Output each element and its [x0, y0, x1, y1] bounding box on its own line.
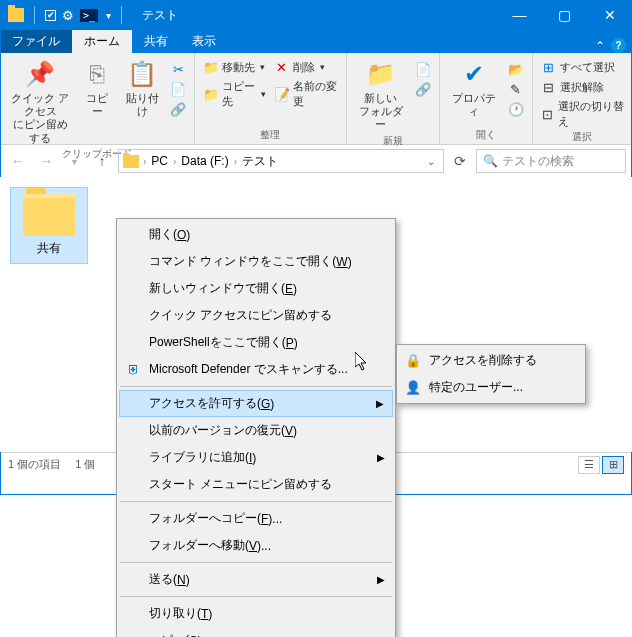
ribbon-collapse-icon[interactable]: ⌃ [595, 39, 605, 53]
select-all-button[interactable]: ⊞すべて選択 [539, 58, 626, 76]
selected-count: 1 個 [75, 457, 95, 472]
address-box[interactable]: › PC › Data (F:) › テスト ⌄ [118, 149, 444, 173]
ctx-defender-scan[interactable]: ⛨Microsoft Defender でスキャンする... [119, 356, 393, 383]
submenu-arrow-icon: ▶ [376, 398, 384, 409]
crumb-pc[interactable]: PC [148, 153, 171, 169]
ctx-cmd-here[interactable]: コマンド ウィンドウをここで開く(W) [119, 248, 393, 275]
titlebar: ✔ ⚙ >_ ▾ テスト — ▢ ✕ [0, 0, 632, 30]
ctx-send-to[interactable]: 送る(N)▶ [119, 566, 393, 593]
ribbon-tabs: ファイル ホーム 共有 表示 ⌃ ? [0, 30, 632, 53]
ctx-add-library[interactable]: ライブラリに追加(I)▶ [119, 444, 393, 471]
ribbon: 📌 クイック アクセス にピン留めする ⎘ コピー 📋 貼り付け ✂ 📄 🔗 ク… [0, 53, 632, 145]
edit-button[interactable]: ✎ [506, 80, 526, 98]
tab-view[interactable]: 表示 [180, 30, 228, 53]
window-title: テスト [142, 7, 178, 24]
context-menu: 開く(O) コマンド ウィンドウをここで開く(W) 新しいウィンドウで開く(E)… [116, 218, 396, 637]
paste-shortcut-button[interactable]: 🔗 [168, 100, 188, 118]
sub-specific-users[interactable]: 👤特定のユーザー... [399, 374, 583, 401]
group-new-label: 新規 [353, 134, 433, 150]
lock-icon: 🔒 [405, 353, 421, 369]
checkbox-icon[interactable]: ✔ [45, 10, 56, 21]
ctx-cut[interactable]: 切り取り(T) [119, 600, 393, 627]
copy-path-button[interactable]: 📄 [168, 80, 188, 98]
rename-button[interactable]: 📝名前の変更 [272, 78, 340, 110]
copy-button[interactable]: ⎘ コピー [78, 56, 116, 147]
address-dropdown-icon[interactable]: ⌄ [423, 156, 439, 167]
properties-button[interactable]: ✔ プロパティ [446, 56, 502, 120]
ctx-new-window[interactable]: 新しいウィンドウで開く(E) [119, 275, 393, 302]
maximize-button[interactable]: ▢ [542, 0, 587, 30]
gear-icon[interactable]: ⚙ [62, 8, 74, 23]
powershell-icon[interactable]: >_ [80, 9, 98, 22]
open-button[interactable]: 📂 [506, 60, 526, 78]
ctx-pin-quick-access[interactable]: クイック アクセスにピン留めする [119, 302, 393, 329]
context-submenu-access: 🔒アクセスを削除する 👤特定のユーザー... [396, 344, 586, 404]
person-icon: 👤 [405, 380, 421, 396]
ctx-prev-versions[interactable]: 以前のバージョンの復元(V) [119, 417, 393, 444]
new-item-button[interactable]: 📄 [413, 60, 433, 78]
ctx-open[interactable]: 開く(O) [119, 221, 393, 248]
select-none-button[interactable]: ⊟選択解除 [539, 78, 626, 96]
ctx-grant-access[interactable]: アクセスを許可する(G)▶ [119, 390, 393, 417]
crumb-folder[interactable]: テスト [239, 152, 281, 171]
minimize-button[interactable]: — [497, 0, 542, 30]
app-folder-icon [8, 8, 24, 22]
tab-file[interactable]: ファイル [0, 30, 72, 53]
search-input[interactable]: 🔍 テストの検索 [476, 149, 626, 173]
up-button[interactable]: ↑ [90, 149, 114, 173]
ctx-pin-start[interactable]: スタート メニューにピン留めする [119, 471, 393, 498]
refresh-button[interactable]: ⟳ [448, 149, 472, 173]
item-count: 1 個の項目 [8, 457, 61, 472]
folder-item[interactable]: 共有 [10, 187, 88, 264]
forward-button: → [34, 149, 58, 173]
close-button[interactable]: ✕ [587, 0, 632, 30]
delete-button[interactable]: ✕削除▾ [272, 58, 340, 76]
move-to-button[interactable]: 📁移動先▾ [201, 58, 268, 76]
back-button[interactable]: ← [6, 149, 30, 173]
qat-dropdown-icon[interactable]: ▾ [106, 10, 111, 21]
cut-button[interactable]: ✂ [168, 60, 188, 78]
new-folder-button[interactable]: 📁 新しい フォルダー [353, 56, 409, 134]
sub-remove-access[interactable]: 🔒アクセスを削除する [399, 347, 583, 374]
ctx-powershell-here[interactable]: PowerShellをここで開く(P) [119, 329, 393, 356]
search-placeholder: テストの検索 [502, 153, 574, 170]
pin-quick-access-button[interactable]: 📌 クイック アクセス にピン留めする [6, 56, 74, 147]
details-view-button[interactable]: ☰ [578, 456, 600, 474]
group-organize-label: 整理 [201, 128, 340, 144]
tab-share[interactable]: 共有 [132, 30, 180, 53]
history-dropdown[interactable]: ▾ [62, 149, 86, 173]
history-button[interactable]: 🕐 [506, 100, 526, 118]
paste-button[interactable]: 📋 貼り付け [120, 56, 164, 147]
ctx-move-to-folder[interactable]: フォルダーへ移動(V)... [119, 532, 393, 559]
item-label: 共有 [13, 240, 85, 257]
select-invert-button[interactable]: ⊡選択の切り替え [539, 98, 626, 130]
search-icon: 🔍 [483, 154, 498, 168]
icons-view-button[interactable]: ⊞ [602, 456, 624, 474]
address-folder-icon [123, 155, 139, 168]
folder-icon [23, 194, 75, 236]
group-select-label: 選択 [539, 130, 626, 146]
shield-icon: ⛨ [125, 362, 141, 378]
tab-home[interactable]: ホーム [72, 30, 132, 53]
crumb-drive[interactable]: Data (F:) [178, 153, 231, 169]
easy-access-button[interactable]: 🔗 [413, 80, 433, 98]
ctx-copy[interactable]: コピー(C) [119, 627, 393, 637]
help-icon[interactable]: ? [611, 38, 626, 53]
copy-to-button[interactable]: 📁コピー先▾ [201, 78, 268, 110]
address-bar: ← → ▾ ↑ › PC › Data (F:) › テスト ⌄ ⟳ 🔍 テスト… [0, 145, 632, 177]
ctx-copy-to-folder[interactable]: フォルダーへコピー(F)... [119, 505, 393, 532]
group-open-label: 開く [446, 128, 526, 144]
